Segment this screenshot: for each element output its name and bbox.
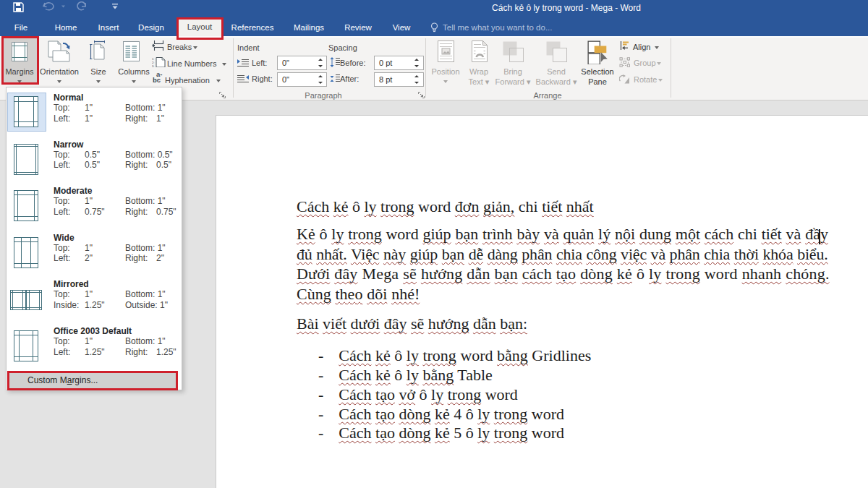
- svg-text:3:: 3:: [152, 64, 154, 67]
